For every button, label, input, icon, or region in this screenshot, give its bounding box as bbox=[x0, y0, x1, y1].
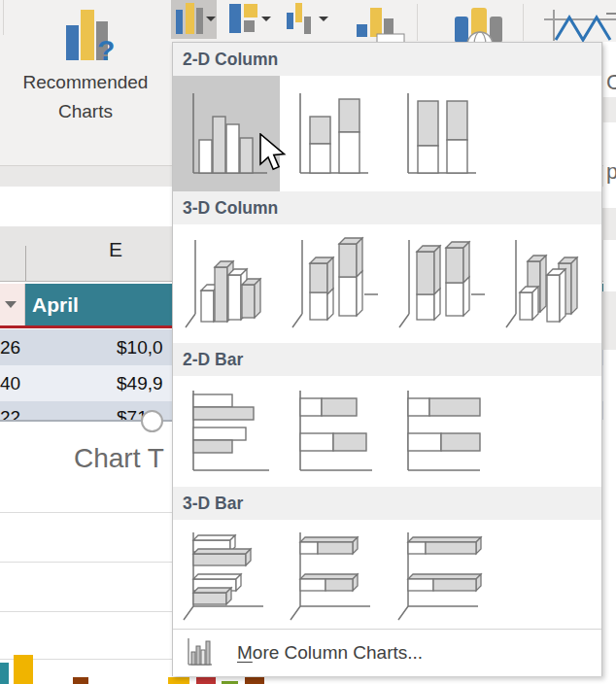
3d-stacked-column-icon bbox=[285, 232, 382, 335]
insert-column-chart-button[interactable] bbox=[171, 0, 217, 39]
chart-title: Chart T bbox=[74, 443, 164, 474]
chart-bar-brown bbox=[73, 677, 88, 684]
chart-gridline bbox=[0, 512, 172, 513]
more-column-charts-item[interactable]: More Column Charts... bbox=[173, 630, 601, 676]
section-title-3d-bar: 3-D Bar bbox=[173, 487, 601, 520]
chart-type-stacked-bar[interactable] bbox=[280, 376, 387, 487]
gallery-row-2d-column bbox=[173, 76, 601, 191]
100-stacked-column-icon bbox=[394, 84, 488, 185]
chart-type-stacked-column[interactable] bbox=[280, 76, 387, 191]
chart-bar-brown bbox=[245, 677, 264, 684]
column-chart-icon bbox=[176, 2, 205, 37]
chart-type-3d-stacked-column[interactable] bbox=[280, 224, 387, 343]
100-stacked-bar-icon bbox=[394, 383, 488, 480]
right-edge-panel bbox=[603, 42, 616, 676]
filter-cell[interactable] bbox=[0, 284, 25, 326]
chart-type-3d-clustered-bar[interactable] bbox=[173, 520, 280, 629]
cell-d[interactable]: 26 bbox=[0, 337, 19, 359]
chart-bar-yellow bbox=[14, 655, 33, 684]
3d-clustered-column-icon bbox=[178, 232, 275, 335]
chart-bar-red bbox=[196, 677, 216, 684]
cut-off-text: C bbox=[606, 70, 616, 95]
stacked-column-icon bbox=[287, 84, 380, 185]
section-title-2d-bar: 2-D Bar bbox=[173, 343, 601, 376]
svg-text:?: ? bbox=[97, 34, 115, 65]
hierarchy-chart-icon bbox=[229, 4, 258, 34]
combo-chart-icon[interactable] bbox=[357, 8, 407, 47]
chart-type-100-stacked-column[interactable] bbox=[388, 76, 495, 191]
3d-clustered-bar-icon bbox=[178, 523, 275, 626]
clustered-bar-icon bbox=[180, 383, 273, 480]
chart-type-3d-column[interactable] bbox=[494, 224, 600, 343]
chart-gridline bbox=[0, 562, 172, 563]
gallery-empty-cell bbox=[495, 376, 601, 487]
section-title-2d-column: 2-D Column bbox=[173, 43, 601, 76]
excel-window: ? Recommended Charts bbox=[0, 0, 616, 684]
ribbon-fragment bbox=[606, 13, 616, 15]
3d-100-stacked-bar-icon bbox=[393, 523, 490, 626]
right-edge-band bbox=[602, 291, 616, 350]
cut-off-text: p bbox=[606, 159, 616, 185]
gallery-row-3d-bar bbox=[173, 520, 601, 629]
column-chart-dropdown-menu: 2-D Column bbox=[172, 42, 602, 676]
cell-d[interactable]: 22 bbox=[0, 407, 19, 420]
insert-hierarchy-chart-button[interactable] bbox=[225, 0, 274, 39]
3d-100-stacked-column-icon bbox=[392, 232, 489, 335]
cell-e[interactable]: $10,0 bbox=[117, 337, 163, 359]
chart-type-100-stacked-bar[interactable] bbox=[388, 376, 495, 487]
chevron-down-icon bbox=[206, 17, 216, 21]
insert-waterfall-chart-button[interactable] bbox=[283, 0, 331, 39]
gallery-empty-cell bbox=[495, 520, 601, 629]
chart-type-3d-clustered-column[interactable] bbox=[173, 224, 280, 343]
cell-e[interactable]: $49,9 bbox=[117, 373, 163, 394]
section-title-3d-column: 3-D Column bbox=[173, 191, 601, 224]
filter-dropdown-icon[interactable] bbox=[5, 301, 17, 308]
3d-column-icon bbox=[498, 232, 596, 335]
chart-bar-teal bbox=[0, 663, 9, 684]
chart-type-3d-stacked-bar[interactable] bbox=[280, 520, 387, 629]
chart-resize-handle[interactable] bbox=[141, 410, 163, 432]
chart-bar-yellow bbox=[168, 677, 189, 684]
right-edge-band bbox=[602, 97, 616, 122]
mouse-cursor bbox=[258, 133, 288, 176]
recommended-charts-button[interactable]: ? Recommended Charts bbox=[4, 0, 167, 161]
chevron-down-icon bbox=[261, 17, 271, 21]
chart-type-3d-100-stacked-column[interactable] bbox=[387, 224, 494, 343]
gallery-empty-cell bbox=[495, 76, 601, 191]
right-edge-band bbox=[602, 208, 616, 240]
waterfall-chart-icon bbox=[287, 3, 312, 35]
stacked-bar-icon bbox=[287, 383, 380, 480]
line-chart-icon[interactable] bbox=[540, 10, 616, 43]
gallery-row-2d-bar bbox=[173, 376, 601, 487]
ribbon-group-separator bbox=[417, 4, 418, 41]
chart-type-3d-100-stacked-bar[interactable] bbox=[388, 520, 495, 629]
gallery-row-3d-column bbox=[173, 224, 601, 343]
chart-type-clustered-bar[interactable] bbox=[173, 376, 280, 487]
more-charts-icon bbox=[185, 635, 214, 670]
3d-stacked-bar-icon bbox=[285, 523, 382, 626]
chart-gridline bbox=[0, 611, 172, 612]
chevron-down-icon bbox=[319, 17, 328, 21]
cell-d[interactable]: 40 bbox=[0, 373, 19, 394]
recommended-charts-label: Recommended Charts bbox=[4, 68, 167, 127]
recommended-charts-icon: ? bbox=[64, 9, 115, 65]
more-column-charts-label: More Column Charts... bbox=[237, 642, 423, 664]
ribbon-group-separator bbox=[523, 4, 524, 41]
